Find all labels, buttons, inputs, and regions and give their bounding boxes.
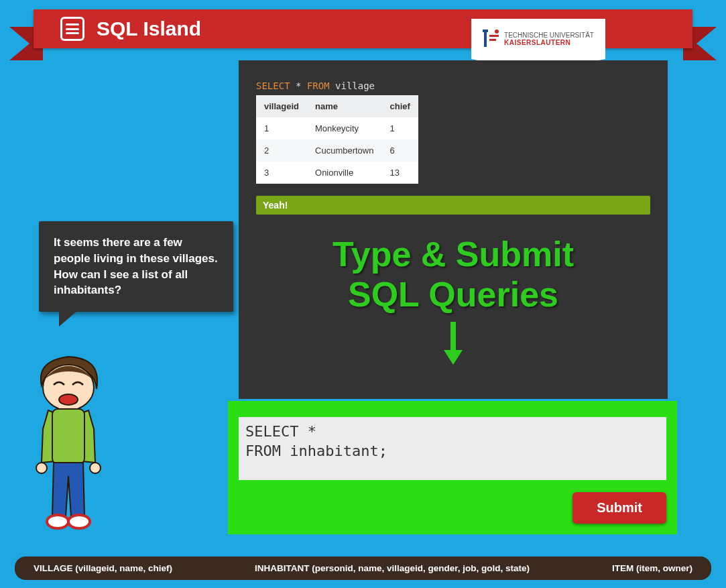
logo-text-line1: TECHNISCHE UNIVERSITÄT (504, 32, 594, 39)
table-cell: 1 (256, 117, 307, 139)
sql-table-name: village (335, 80, 375, 91)
svg-point-9 (90, 463, 101, 473)
table-cell: 13 (381, 162, 418, 184)
svg-rect-0 (484, 32, 487, 47)
feedback-message: Yeah! (256, 196, 650, 215)
table-cell: 1 (381, 117, 418, 139)
svg-point-6 (59, 394, 78, 405)
svg-rect-1 (483, 30, 488, 32)
sql-input[interactable] (239, 417, 666, 480)
svg-rect-3 (489, 39, 496, 41)
svg-rect-2 (489, 35, 499, 37)
table-cell: 6 (381, 139, 418, 162)
sql-star: * (296, 80, 301, 91)
column-header: chief (381, 95, 418, 117)
menu-icon[interactable] (60, 17, 84, 41)
university-logo: TECHNISCHE UNIVERSITÄT KAISERSLAUTERN (471, 19, 605, 59)
table-cell: Onionville (307, 162, 381, 184)
svg-point-10 (47, 515, 68, 528)
header-banner: SQL Island TECHNISCHE UNIVERSITÄT KAISER… (34, 9, 692, 48)
schema-village: VILLAGE (villageid, name, chief) (34, 563, 172, 573)
column-header: name (307, 95, 381, 117)
player-character (21, 349, 115, 536)
svg-point-4 (495, 30, 499, 34)
svg-point-11 (68, 515, 90, 528)
column-header: villageid (256, 95, 307, 117)
university-logo-icon (483, 28, 500, 50)
table-row: 2Cucumbertown6 (256, 139, 418, 162)
svg-point-8 (36, 463, 47, 473)
table-row: 3Onionville13 (256, 162, 418, 184)
submit-button[interactable]: Submit (572, 492, 666, 524)
table-cell: Cucumbertown (307, 139, 381, 162)
sql-keyword-select: SELECT (256, 80, 290, 91)
game-panel: SELECT * FROM village villageidnamechief… (239, 60, 668, 399)
schema-footer: VILLAGE (villageid, name, chief) INHABIT… (15, 556, 711, 580)
svg-rect-7 (52, 409, 84, 464)
sql-keyword-from: FROM (307, 80, 330, 91)
table-row: 1Monkeycity1 (256, 117, 418, 139)
previous-query: SELECT * FROM village (256, 80, 650, 91)
narrator-dialog: It seems there are a few people living i… (39, 221, 233, 312)
table-cell: 2 (256, 139, 307, 162)
narrator-dialog-text: It seems there are a few people living i… (54, 236, 218, 296)
table-cell: Monkeycity (307, 117, 381, 139)
query-result-table: villageidnamechief 1Monkeycity12Cucumber… (256, 95, 418, 184)
schema-inhabitant: INHABITANT (personid, name, villageid, g… (255, 563, 530, 573)
app-title: SQL Island (97, 17, 201, 40)
logo-text-line2: KAISERSLAUTERN (504, 39, 594, 46)
query-editor-panel: Submit (228, 401, 677, 534)
table-cell: 3 (256, 162, 307, 184)
schema-item: ITEM (item, owner) (612, 563, 692, 573)
